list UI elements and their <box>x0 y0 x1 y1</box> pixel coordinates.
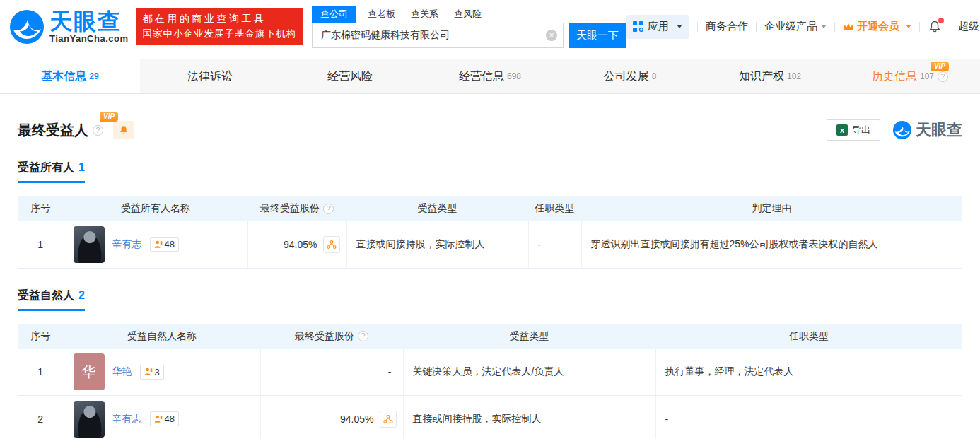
col-owner-name: 受益所有人名称 <box>64 196 247 221</box>
table-header-row: 序号 受益所有人名称 最终受益股份 受益类型 任职类型 判定理由 <box>18 196 962 221</box>
col-benefit-type: 受益类型 <box>403 324 655 349</box>
search-input[interactable] <box>312 23 564 48</box>
person-icon <box>154 240 163 249</box>
tab-label: 经营信息 <box>459 69 504 84</box>
person-link[interactable]: 辛有志 <box>112 238 142 251</box>
related-count-badge[interactable]: 3 <box>140 365 164 380</box>
position-type: - <box>655 396 962 439</box>
section-title: 最终受益人 <box>18 121 88 140</box>
search-tab-risk[interactable]: 查风险 <box>454 8 482 21</box>
person-icon <box>154 415 163 423</box>
col-share: 最终受益股份 <box>247 196 346 221</box>
export-label: 导出 <box>852 124 870 136</box>
position-type: 执行董事，经理，法定代表人 <box>655 349 962 396</box>
avatar[interactable] <box>74 226 105 263</box>
clear-icon[interactable]: × <box>546 30 557 41</box>
tab-operation-risk[interactable]: 经营风险 <box>280 59 420 93</box>
open-vip-label: 开通会员 <box>857 20 899 33</box>
tab-label: 经营风险 <box>327 69 373 84</box>
col-natural-name: 受益自然人名称 <box>64 324 260 349</box>
promo-banner: 都在用的商业查询工具 国家中小企业发展子基金旗下机构 <box>136 8 304 45</box>
search-area: 查公司 查老板 查关系 查风险 × 天眼一下 <box>312 5 626 48</box>
divider <box>697 22 698 32</box>
naturals-heading-label: 受益自然人 <box>18 289 74 301</box>
apps-label: 应用 <box>648 20 669 33</box>
chevron-down-icon <box>906 25 911 28</box>
help-icon[interactable] <box>358 331 368 341</box>
naturals-heading: 受益自然人2 <box>18 288 85 311</box>
tab-intellectual-property[interactable]: 知识产权 102 <box>700 59 840 93</box>
company-tabbar: 基本信息 29 法律诉讼 经营风险 经营信息 698 公司发展 8 知识产权 1… <box>0 59 980 94</box>
tianyancha-logo-icon <box>10 10 44 44</box>
table-row: 2 辛有志 48 <box>18 396 962 439</box>
equity-structure-icon[interactable] <box>323 236 340 253</box>
related-count: 3 <box>155 367 160 377</box>
search-tab-company[interactable]: 查公司 <box>312 6 356 23</box>
avatar[interactable] <box>74 401 105 438</box>
search-tab-relation[interactable]: 查关系 <box>411 8 438 21</box>
vip-badge: VIP <box>100 112 118 122</box>
benefit-type: 直接或间接持股，实际控制人 <box>346 221 528 268</box>
tab-label: 基本信息 <box>41 69 86 84</box>
person-link[interactable]: 辛有志 <box>112 413 142 426</box>
tab-legal-litigation[interactable]: 法律诉讼 <box>140 59 280 93</box>
tab-basic-info[interactable]: 基本信息 29 <box>0 59 140 93</box>
row-index: 2 <box>18 396 64 439</box>
benefit-type: 直接或间接持股，实际控制人 <box>403 396 655 439</box>
col-position-type: 任职类型 <box>655 324 962 349</box>
subscribe-bell-button[interactable] <box>113 121 134 139</box>
owners-heading-label: 受益所有人 <box>18 161 74 173</box>
naturals-table: 序号 受益自然人名称 最终受益股份 受益类型 任职类型 1 华 华艳 <box>18 324 962 439</box>
share-value: 94.05% <box>340 414 373 425</box>
owners-count: 1 <box>78 161 85 173</box>
person-link[interactable]: 华艳 <box>112 365 132 378</box>
divider <box>950 22 950 32</box>
tab-label: 知识产权 <box>739 69 784 84</box>
col-index: 序号 <box>18 196 64 221</box>
search-tabs: 查公司 查老板 查关系 查风险 <box>312 5 626 23</box>
help-icon[interactable] <box>323 204 334 214</box>
chevron-down-icon <box>677 25 682 28</box>
top-header: 天眼查 TianYanCha.com 都在用的商业查询工具 国家中小企业发展子基… <box>0 0 980 53</box>
benefit-type: 关键决策人员，法定代表人/负责人 <box>403 349 655 396</box>
col-benefit-type: 受益类型 <box>346 196 528 221</box>
notification-dot <box>938 18 944 23</box>
bell-icon <box>119 125 129 136</box>
nav-enterprise-products[interactable]: 企业级产品 <box>764 20 827 33</box>
tab-operation-info[interactable]: 经营信息 698 <box>420 59 560 93</box>
avatar[interactable]: 华 <box>74 353 105 390</box>
brand-domain: TianYanCha.com <box>49 33 129 44</box>
banner-line2: 国家中小企业发展子基金旗下机构 <box>143 28 297 40</box>
tab-count: 107 <box>920 71 934 81</box>
grid-icon <box>633 21 643 32</box>
brand-name: 天眼查 <box>49 10 129 33</box>
search-tab-boss[interactable]: 查老板 <box>368 8 395 21</box>
nav-business-coop[interactable]: 商务合作 <box>706 20 748 33</box>
vip-badge: VIP <box>931 62 949 71</box>
help-icon[interactable] <box>93 125 103 136</box>
export-button[interactable]: 导出 <box>827 119 880 141</box>
nav-open-vip[interactable]: 开通会员 <box>843 20 911 33</box>
person-icon <box>144 368 153 376</box>
help-icon[interactable] <box>938 71 948 82</box>
tab-history-info[interactable]: VIP 历史信息 107 <box>840 59 980 93</box>
equity-structure-icon[interactable] <box>380 411 397 428</box>
related-count-badge[interactable]: 48 <box>150 411 179 426</box>
header-nav: 应用 商务合作 企业级产品 开通会员 超级... <box>626 15 980 39</box>
tab-label: 历史信息 <box>872 69 917 84</box>
table-row: 1 辛有志 48 <box>18 221 962 268</box>
notification-bell-icon[interactable] <box>928 20 942 34</box>
site-logo[interactable]: 天眼查 TianYanCha.com <box>10 10 129 44</box>
watermark-brand: 天眼查 <box>916 119 962 141</box>
related-count-badge[interactable]: 48 <box>150 237 179 252</box>
tab-label: 法律诉讼 <box>187 69 233 84</box>
owners-table: 序号 受益所有人名称 最终受益股份 受益类型 任职类型 判定理由 1 辛有志 <box>18 196 962 269</box>
tab-count: 8 <box>652 71 657 81</box>
user-menu[interactable]: 超级... <box>958 20 980 33</box>
tab-count: 102 <box>787 71 801 81</box>
tab-company-development[interactable]: 公司发展 8 <box>560 59 700 93</box>
divider <box>756 22 757 32</box>
owners-heading: 受益所有人1 <box>18 160 85 183</box>
apps-button[interactable]: 应用 <box>626 15 689 39</box>
search-button[interactable]: 天眼一下 <box>569 23 626 48</box>
